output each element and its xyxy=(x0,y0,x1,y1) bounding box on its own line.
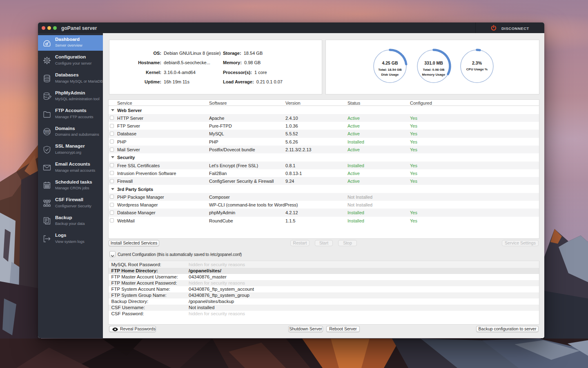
svg-text:WWW: WWW xyxy=(44,131,50,133)
